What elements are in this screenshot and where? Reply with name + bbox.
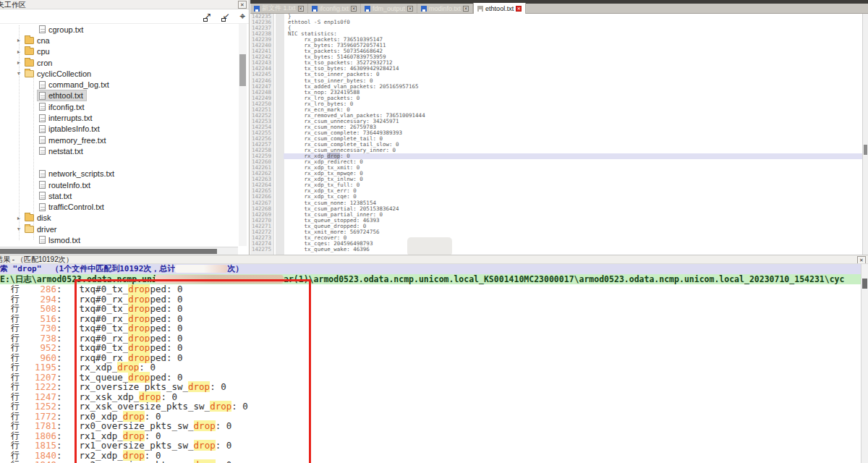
editor-vertical-scrollbar-thumb[interactable] <box>864 145 867 155</box>
search-result-row[interactable]: 行952:txq#0_tx_dropped: 0 <box>0 343 861 353</box>
line-text: rx_csum_unnecessary_inner: 0 <box>284 148 862 153</box>
tree-item-cgroup.txt[interactable]: cgroup.txt <box>0 24 238 35</box>
file-icon <box>39 125 46 133</box>
tree-item-stat.txt[interactable]: stat.txt <box>0 190 238 201</box>
save-icon <box>477 6 483 12</box>
editor-text[interactable]: 142235}142236ethtool -S enp1s0f0142237{1… <box>250 14 862 252</box>
expand-all-icon[interactable]: ↗ <box>202 11 214 22</box>
tree-item-label: memory_free.txt <box>48 136 106 145</box>
tree-item-label: driver <box>37 225 57 234</box>
tree-item-network_scripts.txt[interactable]: network_scripts.txt <box>0 169 238 179</box>
tree-item-driver[interactable]: ▾driver <box>0 224 238 234</box>
search-result-row[interactable]: 行1247:rx_xsk_xdp_drop: 0 <box>0 392 861 402</box>
tab-ethtool.txt[interactable]: ethtool.txt✕ <box>473 3 526 14</box>
tree-item-cna[interactable]: ▸cna <box>0 35 238 46</box>
row-line-label: 行 <box>0 402 23 412</box>
tree-item-command_log.txt[interactable]: command_log.txt <box>0 79 238 90</box>
bookmark-margin <box>274 200 284 206</box>
tree-item-label: disk <box>37 213 51 222</box>
line-text: rx_lro_packets: 0 <box>284 95 862 101</box>
results-close-button[interactable]: ✕ <box>857 256 866 264</box>
search-result-row[interactable]: 行1781:rx0_oversize_pkts_sw_drop: 0 <box>0 421 861 431</box>
editor-line-142237: 142237{ <box>250 25 862 31</box>
tree-item-iptablesInfo.txt[interactable]: iptablesInfo.txt <box>0 124 238 135</box>
collapse-all-icon[interactable]: ↙ <box>220 11 232 22</box>
tree-item-trafficControl.txt[interactable]: trafficControl.txt <box>0 201 238 212</box>
search-result-row[interactable]: 行1772:rx0_xdp_drop: 0 <box>0 412 861 422</box>
search-result-row[interactable]: 行1815:rx1_oversize_pkts_sw_drop: 0 <box>0 441 861 451</box>
result-file-path-line[interactable]: E:\日志\armod0523.odata.ncmp.unicom.loca a… <box>0 274 861 284</box>
search-result-row[interactable]: 行738:rxq#0_rx_dropped: 0 <box>0 334 861 344</box>
tree-item-ethtool.txt[interactable]: ethtool.txt <box>0 90 238 101</box>
bookmark-margin <box>274 241 284 247</box>
workspace-title: 夹工作区 <box>0 0 26 9</box>
tree-item-cron[interactable]: ▸cron <box>0 57 238 68</box>
line-text: rx_xdp_redirect: 0 <box>284 159 862 165</box>
search-result-row[interactable]: 行294:rxq#0_rx_dropped: 0 <box>0 294 861 305</box>
tree-item-cyclicCollection[interactable]: ▾cyclicCollection <box>0 68 238 79</box>
row-colon: : <box>56 382 62 392</box>
tab-fdm_output[interactable]: fdm_output✕ <box>361 4 417 13</box>
tree-item-lsmod.txt[interactable]: lsmod.txt <box>0 234 238 245</box>
search-result-row[interactable]: 行1195:rx_xdp_drop: 0 <box>0 362 861 373</box>
tree-item-cpu[interactable]: ▸cpu <box>0 46 238 57</box>
row-line-number: 1815 <box>23 441 56 451</box>
tree-item-routeInfo.txt[interactable]: routeInfo.txt <box>0 179 238 190</box>
results-vertical-scrollbar-thumb[interactable] <box>862 279 867 289</box>
tree-horizontal-scrollbar-thumb[interactable] <box>0 249 217 254</box>
editor-body[interactable]: 142235}142236ethtool -S enp1s0f0142237{1… <box>250 14 862 255</box>
row-match-text: txq#0_tx_dropped: 0 <box>62 323 183 334</box>
tab-close-icon[interactable]: ✕ <box>516 6 522 12</box>
row-line-number: 1772 <box>23 412 56 422</box>
search-result-row[interactable]: 行1806:rx1_xdp_drop: 0 <box>0 431 861 441</box>
results-vertical-scrollbar[interactable] <box>861 264 868 463</box>
search-result-row[interactable]: 行516:rxq#0_rx_dropped: 0 <box>0 314 861 324</box>
row-line-label: 行 <box>0 392 23 402</box>
tree-vertical-scrollbar-thumb[interactable] <box>239 54 246 86</box>
tab-新文件 1.txt[interactable]: 新文件 1.txt✕ <box>250 4 308 13</box>
tree-item-memory_free.txt[interactable]: memory_free.txt <box>0 135 238 145</box>
tree-item-disk[interactable]: ▸disk <box>0 213 238 224</box>
locate-file-icon[interactable]: ⌖ <box>237 11 249 22</box>
bookmark-margin <box>274 43 284 48</box>
row-match-text: rx2_xdp_drop: 0 <box>62 451 161 461</box>
line-text: ethtool -S enp1s0f0 <box>284 20 862 25</box>
tab-close-icon[interactable]: ✕ <box>463 6 469 12</box>
row-match-text: rxq#0_rx_dropped: 0 <box>62 334 183 344</box>
search-result-row[interactable]: 行1222:rx_oversize_pkts_sw_drop: 0 <box>0 382 861 392</box>
search-summary-line[interactable]: 索 "drop" （1个文件中匹配到10192次，总计次） <box>0 264 861 274</box>
search-result-row[interactable]: 行730:txq#0_tx_dropped: 0 <box>0 323 861 334</box>
tree-item-label: cron <box>37 59 52 67</box>
tab-close-icon[interactable]: ✕ <box>351 6 357 12</box>
search-result-row[interactable]: 行1252:rx_xsk_oversize_pkts_sw_drop: 0 <box>0 402 861 412</box>
workspace-close-button[interactable]: ✕ <box>238 1 247 9</box>
editor-vertical-scrollbar[interactable] <box>862 14 868 255</box>
tree-vertical-scrollbar[interactable] <box>239 24 247 246</box>
tree-item-interrupts.txt[interactable]: interrupts.txt <box>0 112 238 123</box>
tree-horizontal-scrollbar[interactable] <box>0 247 238 255</box>
close-icon: ✕ <box>859 258 864 263</box>
redaction-blob-summary <box>175 265 227 273</box>
tree-item-label: netstat.txt <box>48 147 83 156</box>
row-line-number: 960 <box>23 353 56 363</box>
bookmark-margin <box>274 14 284 20</box>
tab-close-icon[interactable]: ✕ <box>298 6 304 12</box>
row-colon: : <box>56 392 62 402</box>
search-result-row[interactable]: 行1849:rx2_oversize_pkts_sw_drop: 0 <box>0 460 861 463</box>
search-result-row[interactable]: 行508:txq#0_tx_dropped: 0 <box>0 304 861 314</box>
tab-modinfo.txt[interactable]: modinfo.txt✕ <box>417 4 473 13</box>
tab-close-icon[interactable]: ✕ <box>407 6 413 12</box>
search-result-row[interactable]: 行286:txq#0_tx_dropped: 0 <box>0 284 861 294</box>
search-result-row[interactable]: 行1840:rx2_xdp_drop: 0 <box>0 451 861 461</box>
tree-item-netstat.txt[interactable]: netstat.txt <box>0 145 238 156</box>
tree-item-ifconfig.txt[interactable]: ifconfig.txt <box>0 101 238 112</box>
row-match-text: rx0_xdp_drop: 0 <box>62 412 161 422</box>
search-result-row[interactable]: 行960:rxq#0_rx_dropped: 0 <box>0 353 861 363</box>
row-colon: : <box>56 284 62 294</box>
row-colon: : <box>56 323 62 334</box>
line-text: rx_xdp_tx_inlnw: 0 <box>284 177 862 182</box>
search-result-row[interactable]: 行1207:tx_queue_dropped: 0 <box>0 373 861 383</box>
tab-ifconfig.txt[interactable]: ifconfig.txt✕ <box>308 4 362 13</box>
row-line-label: 行 <box>0 362 23 373</box>
row-line-label: 行 <box>0 353 23 363</box>
